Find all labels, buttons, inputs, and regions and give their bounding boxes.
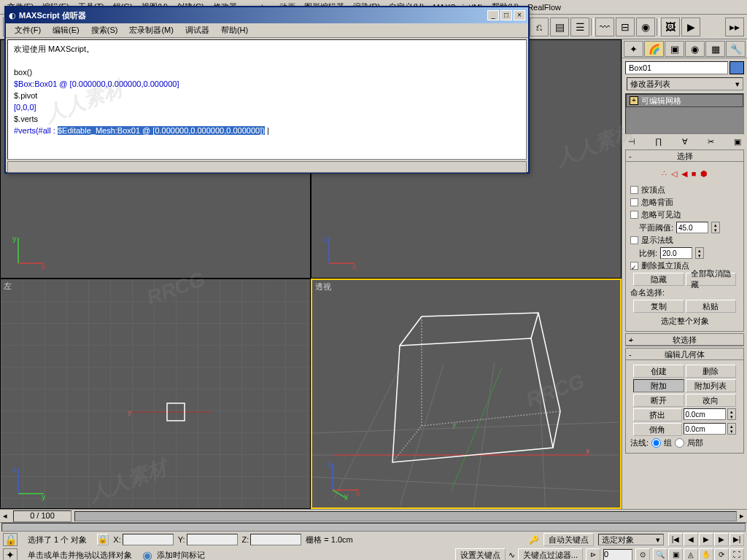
tab-hierarchy[interactable]: ▣	[665, 41, 684, 57]
goto-start-button[interactable]: |◀	[668, 533, 683, 546]
rollout-soft-selection[interactable]: +软选择	[625, 333, 744, 346]
chk-by-vertex[interactable]	[630, 186, 638, 194]
y-coord-input[interactable]	[187, 534, 238, 545]
configure-sets-icon[interactable]: ▣	[734, 137, 741, 147]
overflow-button[interactable]: ▸▸	[725, 18, 744, 36]
playback-controls[interactable]: |◀ ◀ ▶ ▶ ▶|	[668, 533, 744, 546]
current-frame-input[interactable]: 0	[603, 549, 632, 560]
x-coord-input[interactable]	[123, 534, 174, 545]
radio-local[interactable]	[675, 438, 684, 448]
material-editor-button[interactable]: ◉	[636, 18, 655, 36]
unhide-all-button[interactable]: 全部取消隐藏	[686, 273, 737, 286]
lock-selection-icon[interactable]: 🔒	[3, 533, 18, 546]
goto-end-button[interactable]: ▶|	[729, 533, 744, 546]
chk-ignore-visible[interactable]	[630, 211, 638, 219]
create-button[interactable]: 创建	[633, 365, 684, 378]
align-button[interactable]: ▤	[550, 18, 569, 36]
extrude-button[interactable]: 挤出	[633, 408, 682, 421]
maximize-button[interactable]: □	[500, 10, 512, 20]
ms-menu-macro[interactable]: 宏录制器(M)	[123, 23, 179, 37]
paste-sel-button[interactable]: 粘贴	[686, 300, 737, 313]
set-key-button[interactable]: 设置关键点	[455, 548, 506, 560]
timeline[interactable]: ◂ 0 / 100 ▸	[0, 510, 747, 523]
scale-spinner[interactable]: ▴▾	[695, 247, 704, 259]
ms-menu-edit[interactable]: 编辑(E)	[47, 23, 85, 37]
close-button[interactable]: ×	[514, 10, 525, 20]
ms-menu-help[interactable]: 帮助(H)	[215, 23, 254, 37]
hide-button[interactable]: 隐藏	[633, 273, 684, 286]
curve-editor-button[interactable]: 〰	[595, 18, 614, 36]
ms-menu-search[interactable]: 搜索(S)	[85, 23, 124, 37]
planar-thresh-input[interactable]: 45.0	[676, 222, 708, 233]
chamfer-value[interactable]: 0.0cm	[684, 423, 727, 435]
render-scene-button[interactable]: 🖼	[661, 18, 680, 36]
remove-modifier-icon[interactable]: ✂	[708, 137, 714, 147]
ms-menu-file[interactable]: 文件(F)	[9, 23, 47, 37]
nav-arc-icon[interactable]: ⟳	[714, 548, 729, 560]
nav-pan-icon[interactable]: ✋	[699, 548, 713, 560]
maxscript-hscroll[interactable]	[7, 161, 527, 173]
nav-max-icon[interactable]: ⛶	[729, 548, 744, 560]
z-coord-input[interactable]	[250, 534, 301, 545]
prompt-icon[interactable]: ✦	[3, 548, 18, 560]
render-button[interactable]: ▶	[681, 18, 700, 36]
rollout-selection-title[interactable]: 选择	[626, 150, 743, 162]
mirror-button[interactable]: ⎌	[530, 18, 549, 36]
subobject-level-icons[interactable]: ∴ ◁ ◀ ■ ⬢	[630, 165, 739, 183]
minimize-button[interactable]: _	[487, 10, 499, 20]
rollout-soft-title[interactable]: +软选择	[626, 334, 743, 346]
radio-group[interactable]	[651, 438, 661, 448]
prev-frame-button[interactable]: ◀	[684, 533, 698, 546]
object-color-swatch[interactable]	[729, 61, 744, 74]
tab-modify[interactable]: 🌈	[644, 41, 664, 57]
copy-sel-button[interactable]: 复制	[633, 300, 684, 313]
chk-ignore-backface[interactable]	[630, 198, 638, 206]
tab-utilities[interactable]: 🔧	[726, 41, 746, 57]
make-unique-icon[interactable]: ∀	[682, 137, 688, 147]
show-result-icon[interactable]: ∏	[655, 137, 662, 147]
extrude-spinner[interactable]: ▴▾	[727, 408, 736, 420]
tab-display[interactable]: ▦	[705, 41, 725, 57]
auto-key-button[interactable]: 自动关键点	[543, 533, 594, 546]
add-time-tag[interactable]: 添加时间标记	[157, 550, 205, 561]
ms-menu-debug[interactable]: 调试器	[179, 23, 215, 37]
tab-create[interactable]: ✦	[624, 41, 643, 57]
trackbar[interactable]	[1, 523, 746, 532]
key-filters-button[interactable]: 关键点过滤器...	[518, 548, 583, 560]
extrude-value[interactable]: 0.0cm	[684, 408, 727, 420]
maxscript-menubar[interactable]: 文件(F) 编辑(E) 搜索(S) 宏录制器(M) 调试器 帮助(H)	[6, 23, 528, 38]
planar-spinner[interactable]: ▴▾	[711, 222, 720, 233]
modifier-stack-item[interactable]: +可编辑网格	[626, 94, 743, 107]
chk-delete-iso[interactable]	[630, 262, 638, 270]
attach-list-button[interactable]: 附加列表	[686, 379, 737, 392]
tab-motion[interactable]: ◉	[685, 41, 705, 57]
play-button[interactable]: ▶	[699, 533, 713, 546]
object-name-field[interactable]: Box01	[625, 61, 728, 74]
key-target-dropdown[interactable]: 选定对象▾	[598, 534, 664, 545]
viewport-left[interactable]: 左 y zy	[0, 279, 311, 509]
nav-zoomall-icon[interactable]: ▣	[668, 548, 683, 560]
maxscript-titlebar[interactable]: ◐ MAXScript 侦听器 _ □ ×	[6, 7, 528, 23]
time-slider[interactable]	[74, 511, 737, 521]
maxscript-output[interactable]: 欢迎使用 MAXScript。 box() $Box:Box01 @ [0.00…	[7, 39, 527, 160]
maxscript-listener-window[interactable]: ◐ MAXScript 侦听器 _ □ × 文件(F) 编辑(E) 搜索(S) …	[4, 6, 530, 174]
next-frame-button[interactable]: ▶	[714, 533, 729, 546]
chamfer-spinner[interactable]: ▴▾	[727, 423, 736, 435]
schematic-button[interactable]: ⊟	[616, 18, 635, 36]
attach-button[interactable]: 附加	[633, 379, 684, 392]
viewport-perspective[interactable]: x y 透视 zxy	[311, 279, 622, 509]
chamfer-button[interactable]: 倒角	[633, 423, 682, 436]
nav-fov-icon[interactable]: ◬	[684, 548, 698, 560]
key-mode-button[interactable]: ⊳	[586, 548, 600, 560]
turn-button[interactable]: 改向	[686, 394, 737, 407]
nav-zoom-icon[interactable]: 🔍	[653, 548, 667, 560]
time-config-button[interactable]: ⊙	[635, 548, 650, 560]
normal-scale-input[interactable]: 20.0	[660, 247, 692, 259]
lock-button[interactable]: 🔒	[97, 534, 109, 545]
delete-button[interactable]: 删除	[686, 365, 737, 378]
modifier-list-dropdown[interactable]: 修改器列表▾	[627, 77, 743, 90]
command-panel-tabs[interactable]: ✦ 🌈 ▣ ◉ ▦ 🔧	[622, 39, 747, 58]
rollout-editgeom-title[interactable]: 编辑几何体	[626, 349, 743, 360]
pin-stack-icon[interactable]: ⊣	[628, 137, 635, 147]
chk-show-normals[interactable]	[630, 236, 638, 244]
